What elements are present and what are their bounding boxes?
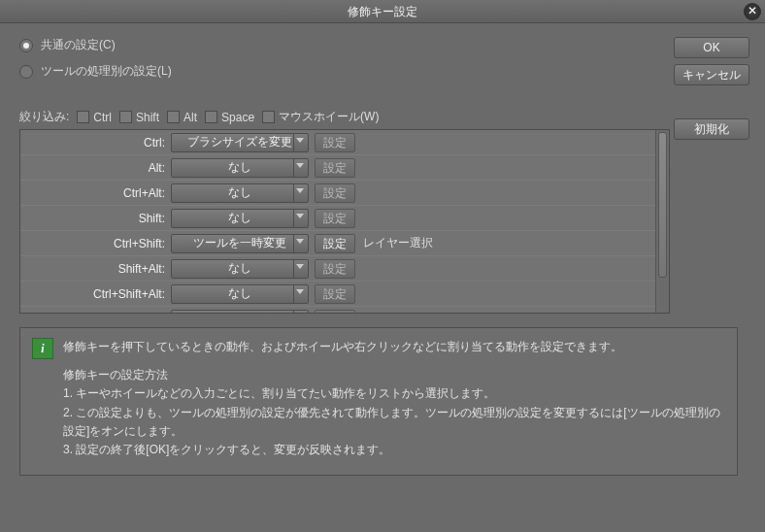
setting-button: 設定: [315, 158, 355, 178]
info-step3: 3. 設定の終了後[OK]をクリックすると、変更が反映されます。: [63, 441, 725, 459]
dropdown-value: なし: [228, 210, 251, 226]
filter-alt[interactable]: Alt: [167, 111, 197, 124]
chevron-down-icon: [296, 264, 304, 269]
table-row: Alt:なし設定: [20, 155, 669, 181]
action-dropdown[interactable]: なし: [171, 183, 309, 203]
key-label: Ctrl+Shift+Alt:: [20, 287, 171, 301]
table-row: Ctrl:ブラシサイズを変更設定: [20, 130, 669, 155]
info-step2: 2. この設定よりも、ツールの処理別の設定が優先されて動作します。ツールの処理別…: [63, 404, 725, 441]
ok-button[interactable]: OK: [674, 37, 749, 58]
scrollbar-thumb[interactable]: [658, 132, 667, 278]
table-row: Ctrl+Shift:ツールを一時変更設定レイヤー選択: [20, 231, 669, 256]
info-heading: 修飾キーの設定方法: [63, 366, 725, 384]
radio-icon: [19, 39, 33, 52]
setting-button: 設定: [315, 209, 355, 228]
close-icon[interactable]: ✕: [744, 3, 761, 20]
checkbox-icon: [167, 111, 180, 123]
checkbox-icon: [119, 111, 132, 123]
action-dropdown[interactable]: なし: [171, 158, 309, 178]
extra-label: レイヤー選択: [363, 235, 433, 251]
info-icon: i: [32, 338, 53, 359]
info-panel: i 修飾キーを押下しているときの動作、およびホイールや右クリックなどに割り当てる…: [19, 327, 738, 476]
filter-ctrl[interactable]: Ctrl: [77, 111, 112, 124]
table-row: Space:ツールを一時変更設定手のひら: [20, 307, 669, 313]
setting-button: 設定: [315, 259, 355, 279]
checkbox-icon: [77, 111, 89, 123]
title-bar: 修飾キー設定 ✕: [0, 0, 765, 23]
setting-button: 設定: [315, 284, 355, 304]
setting-button: 設定: [315, 133, 355, 152]
filter-shift[interactable]: Shift: [119, 111, 159, 124]
scrollbar[interactable]: [655, 130, 669, 313]
checkbox-icon: [262, 111, 275, 123]
filter-label: 絞り込み:: [19, 109, 69, 125]
initialize-button[interactable]: 初期化: [674, 118, 749, 140]
key-label: Ctrl:: [20, 136, 171, 150]
radio-common[interactable]: 共通の設定(C): [19, 37, 751, 53]
chevron-down-icon: [296, 239, 304, 244]
dropdown-value: ツールを一時変更: [193, 235, 286, 251]
radio-icon: [19, 65, 33, 79]
key-label: Alt:: [20, 161, 171, 175]
dialog-title: 修飾キー設定: [348, 5, 417, 18]
radio-common-label: 共通の設定(C): [41, 37, 116, 53]
key-label: Ctrl+Shift:: [20, 237, 171, 250]
chevron-down-icon: [296, 138, 304, 143]
action-dropdown[interactable]: ツールを一時変更: [171, 310, 309, 314]
action-dropdown[interactable]: ブラシサイズを変更: [171, 133, 309, 152]
action-dropdown[interactable]: なし: [171, 259, 309, 279]
info-line1: 修飾キーを押下しているときの動作、およびホイールや右クリックなどに割り当てる動作…: [63, 338, 725, 356]
modifier-table: Ctrl:ブラシサイズを変更設定Alt:なし設定Ctrl+Alt:なし設定Shi…: [19, 129, 670, 314]
key-label: Shift+Alt:: [20, 262, 171, 276]
cancel-button[interactable]: キャンセル: [674, 64, 749, 85]
chevron-down-icon: [296, 188, 304, 193]
dropdown-value: なし: [228, 159, 251, 176]
table-row: Ctrl+Shift+Alt:なし設定: [20, 282, 669, 307]
table-row: Ctrl+Alt:なし設定: [20, 181, 669, 206]
checkbox-icon: [205, 111, 217, 123]
table-row: Shift:なし設定: [20, 206, 669, 231]
radio-per-tool-label: ツールの処理別の設定(L): [41, 63, 172, 80]
chevron-down-icon: [296, 214, 304, 218]
radio-per-tool[interactable]: ツールの処理別の設定(L): [19, 63, 751, 80]
chevron-down-icon: [296, 163, 304, 168]
dropdown-value: なし: [228, 260, 251, 277]
table-row: Shift+Alt:なし設定: [20, 256, 669, 282]
dropdown-value: ツールを一時変更: [193, 311, 286, 313]
dropdown-value: なし: [228, 285, 251, 302]
filter-row: 絞り込み: Ctrl Shift Alt Space マウスホイール(W): [19, 109, 751, 125]
info-step1: 1. キーやホイールなどの入力ごとに、割り当てたい動作をリストから選択します。: [63, 384, 725, 403]
filter-space[interactable]: Space: [205, 111, 254, 124]
chevron-down-icon: [296, 289, 304, 294]
setting-button[interactable]: 設定: [315, 234, 355, 253]
action-dropdown[interactable]: ツールを一時変更: [171, 234, 309, 253]
dropdown-value: ブラシサイズを変更: [187, 134, 292, 150]
key-label: Space:: [20, 313, 171, 314]
setting-button[interactable]: 設定: [315, 310, 355, 314]
filter-wheel[interactable]: マウスホイール(W): [262, 109, 379, 125]
key-label: Ctrl+Alt:: [20, 186, 171, 200]
setting-button: 設定: [315, 183, 355, 203]
dropdown-value: なし: [228, 184, 251, 201]
extra-label: 手のひら: [363, 311, 410, 313]
action-dropdown[interactable]: なし: [171, 209, 309, 228]
action-dropdown[interactable]: なし: [171, 284, 309, 304]
key-label: Shift:: [20, 212, 171, 225]
